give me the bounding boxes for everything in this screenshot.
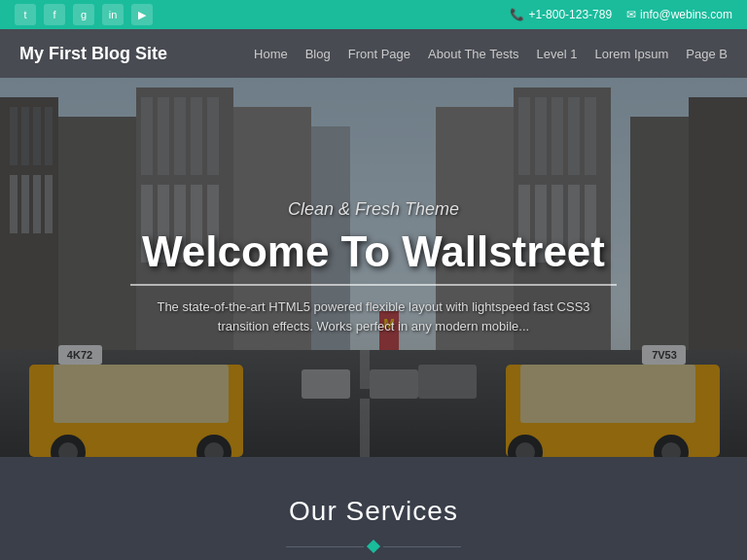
- services-divider: [19, 542, 728, 551]
- navbar: My First Blog Site Home Blog Front Page …: [0, 29, 747, 78]
- hero-description: The state-of-the-art HTML5 powered flexi…: [130, 298, 617, 335]
- facebook-icon[interactable]: f: [44, 4, 65, 25]
- email-icon: ✉: [626, 8, 636, 21]
- email-address: info@webins.com: [640, 8, 732, 21]
- nav-pageb[interactable]: Page B: [686, 47, 728, 61]
- nav-lorem[interactable]: Lorem Ipsum: [594, 47, 668, 61]
- services-section: Our Services We Offer Great Services to …: [0, 457, 747, 560]
- email-info: ✉ info@webins.com: [626, 8, 732, 21]
- nav-level1[interactable]: Level 1: [537, 47, 578, 61]
- divider-line-right: [383, 546, 461, 547]
- nav-home[interactable]: Home: [254, 47, 288, 61]
- divider-line-left: [286, 546, 364, 547]
- nav-frontpage[interactable]: Front Page: [348, 47, 410, 61]
- linkedin-icon[interactable]: in: [102, 4, 124, 25]
- twitter-icon[interactable]: t: [15, 4, 36, 25]
- youtube-icon[interactable]: ▶: [131, 4, 153, 25]
- hero-content: Clean & Fresh Theme Welcome To Wallstree…: [130, 199, 617, 335]
- googleplus-icon[interactable]: g: [73, 4, 94, 25]
- divider-diamond: [367, 540, 380, 553]
- contact-info: 📞 +1-800-123-789 ✉ info@webins.com: [510, 8, 732, 21]
- nav-links: Home Blog Front Page About The Tests Lev…: [254, 45, 728, 62]
- nav-blog[interactable]: Blog: [305, 47, 331, 61]
- services-title: Our Services: [19, 496, 728, 527]
- phone-info: 📞 +1-800-123-789: [510, 8, 612, 21]
- hero-subtitle: Clean & Fresh Theme: [130, 199, 617, 220]
- nav-about[interactable]: About The Tests: [428, 47, 518, 61]
- hero-title: Welcome To Wallstreet: [130, 228, 617, 286]
- hero-section: 4K72 7V53 M Clean & Fresh Theme Welcome …: [0, 78, 747, 457]
- top-bar: t f g in ▶ 📞 +1-800-123-789 ✉ info@webin…: [0, 0, 747, 29]
- phone-icon: 📞: [510, 8, 524, 21]
- phone-number: +1-800-123-789: [528, 8, 612, 21]
- social-icons: t f g in ▶: [15, 4, 153, 25]
- site-title[interactable]: My First Blog Site: [19, 44, 167, 64]
